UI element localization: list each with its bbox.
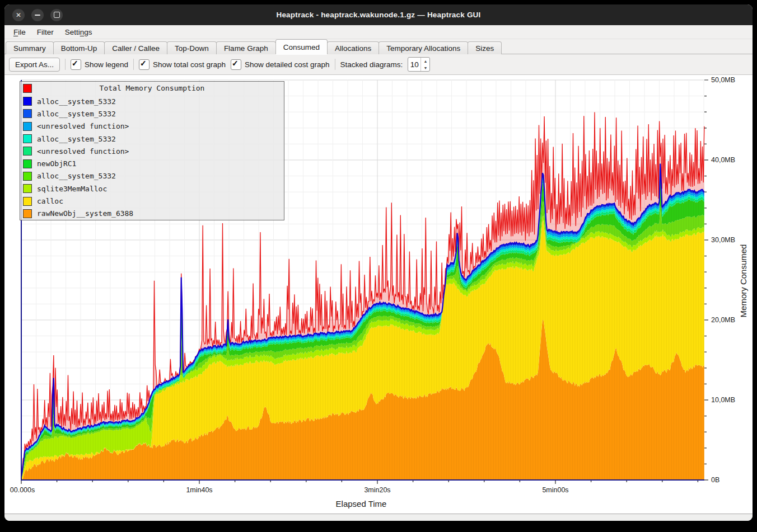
tab-temporary-allocations[interactable]: Temporary Allocations: [378, 41, 468, 54]
spinner-up-icon[interactable]: ▲: [421, 58, 429, 64]
stacked-diagrams-spinner[interactable]: 10 ▲ ▼: [408, 57, 430, 72]
legend-row: newObjRC1: [20, 157, 284, 170]
legend-row: alloc__system_5332: [20, 95, 284, 107]
legend-label: calloc: [37, 197, 63, 205]
legend-label: alloc__system_5332: [37, 135, 116, 143]
tab-sizes[interactable]: Sizes: [468, 41, 502, 54]
menu-file[interactable]: File: [8, 26, 31, 38]
legend-label: sqlite3MemMalloc: [37, 185, 107, 193]
legend-label: alloc__system_5332: [37, 172, 116, 180]
legend-swatch: [23, 159, 32, 168]
statusbar: [4, 514, 753, 521]
window-controls: ✕: [12, 4, 63, 25]
tab-consumed[interactable]: Consumed: [275, 39, 328, 54]
tab-caller-callee[interactable]: Caller / Callee: [104, 41, 167, 54]
legend-row: calloc: [20, 195, 284, 207]
spinner-value[interactable]: 10: [408, 58, 420, 71]
x-axis-title: Elapsed Time: [336, 499, 387, 509]
legend-swatch: [23, 97, 32, 106]
x-tick-label: 00.000s: [10, 486, 35, 494]
legend-row: sqlite3MemMalloc: [20, 182, 284, 195]
export-as-button[interactable]: Export As...: [9, 58, 60, 72]
legend-swatch-total: [23, 84, 32, 93]
checkbox-label: Show total cost graph: [153, 60, 226, 69]
legend-label: newObjRC1: [37, 159, 76, 168]
tab-bottom-up[interactable]: Bottom-Up: [53, 41, 105, 54]
y-tick-label: 40,0MB: [711, 156, 735, 164]
checkbox-label: Show detailed cost graph: [245, 60, 330, 69]
legend-swatch: [23, 147, 32, 156]
legend-label: alloc__system_5332: [37, 97, 116, 106]
legend-label: rawNewObj__system_6388: [37, 209, 133, 218]
tab-flame-graph[interactable]: Flame Graph: [216, 41, 276, 54]
x-tick-label: 5min00s: [542, 486, 568, 494]
toolbar-separator: [65, 59, 66, 70]
close-icon: ✕: [16, 12, 21, 18]
toolbar-separator: [133, 59, 134, 70]
y-tick-label: 20,0MB: [711, 316, 735, 324]
y-tick-label: 30,0MB: [711, 236, 735, 244]
legend-swatch: [23, 109, 32, 118]
menu-settings[interactable]: Settings: [59, 26, 98, 38]
legend-title-row: Total Memory Consumption: [20, 82, 284, 95]
checkmark-icon: ✓: [232, 59, 239, 68]
legend-swatch: [23, 197, 32, 206]
checkmark-icon: ✓: [72, 59, 78, 68]
titlebar: ✕ Heaptrack - heaptrack.wakunode.1.gz — …: [4, 4, 753, 25]
legend-swatch: [23, 122, 32, 131]
consumed-chart-area: 00.000s1min40s3min20s5min00s0B10,0MB20,0…: [4, 74, 753, 514]
y-tick-label: 50,0MB: [711, 76, 735, 84]
show-total-cost-graph-checkbox[interactable]: ✓ Show total cost graph: [139, 59, 226, 70]
app-window: ✕ Heaptrack - heaptrack.wakunode.1.gz — …: [4, 4, 753, 521]
maximize-icon: [54, 12, 60, 18]
x-tick-label: 3min20s: [364, 486, 390, 494]
y-tick-label: 10,0MB: [711, 396, 735, 404]
checkbox-label: Show legend: [85, 60, 128, 69]
minimize-icon: [35, 15, 40, 16]
tab-top-down[interactable]: Top-Down: [167, 41, 217, 54]
legend-row: alloc__system_5332: [20, 107, 284, 120]
spinner-down-icon[interactable]: ▼: [421, 64, 429, 71]
checkbox-box[interactable]: ✓: [231, 59, 241, 70]
y-axis-title: Memory Consumed: [739, 244, 748, 318]
legend-label: <unresolved function>: [37, 122, 129, 130]
close-button[interactable]: ✕: [12, 9, 25, 21]
legend-swatch: [23, 172, 32, 181]
legend-swatch: [23, 209, 32, 218]
show-legend-checkbox[interactable]: ✓ Show legend: [71, 59, 128, 70]
legend-row: alloc__system_5332: [20, 133, 284, 145]
legend-label: alloc__system_5332: [37, 110, 116, 118]
toolbar: Export As... ✓ Show legend ✓ Show total …: [4, 54, 753, 74]
checkbox-box[interactable]: ✓: [139, 59, 149, 70]
stacked-diagrams-label: Stacked diagrams:: [340, 60, 403, 69]
toolbar-separator: [335, 59, 335, 70]
legend-title: Total Memory Consumption: [100, 84, 205, 92]
window-title: Heaptrack - heaptrack.wakunode.1.gz — He…: [276, 11, 480, 19]
menu-filter[interactable]: Filter: [31, 26, 59, 38]
legend-row: <unresolved function>: [20, 120, 284, 133]
x-tick-label: 1min40s: [186, 486, 212, 494]
legend-row: alloc__system_5332: [20, 170, 284, 182]
legend-label: <unresolved function>: [37, 147, 129, 156]
checkmark-icon: ✓: [140, 59, 147, 68]
screenshot-root: ✕ Heaptrack - heaptrack.wakunode.1.gz — …: [0, 0, 757, 532]
checkbox-box[interactable]: ✓: [71, 59, 81, 70]
legend-swatch: [23, 184, 32, 193]
menubar: File Filter Settings: [4, 25, 753, 39]
legend-row: rawNewObj__system_6388: [20, 208, 284, 220]
tabbar: Summary Bottom-Up Caller / Callee Top-Do…: [4, 39, 753, 54]
legend-row: <unresolved function>: [20, 145, 284, 157]
legend-swatch: [23, 134, 32, 143]
tab-allocations[interactable]: Allocations: [327, 41, 379, 54]
chart-legend: Total Memory Consumption alloc__system_5…: [20, 81, 284, 220]
spinner-arrows[interactable]: ▲ ▼: [420, 58, 429, 71]
y-tick-label: 0B: [711, 476, 719, 484]
maximize-button[interactable]: [50, 9, 63, 21]
show-detailed-cost-graph-checkbox[interactable]: ✓ Show detailed cost graph: [231, 59, 330, 70]
tab-summary[interactable]: Summary: [6, 41, 54, 54]
minimize-button[interactable]: [31, 9, 44, 21]
